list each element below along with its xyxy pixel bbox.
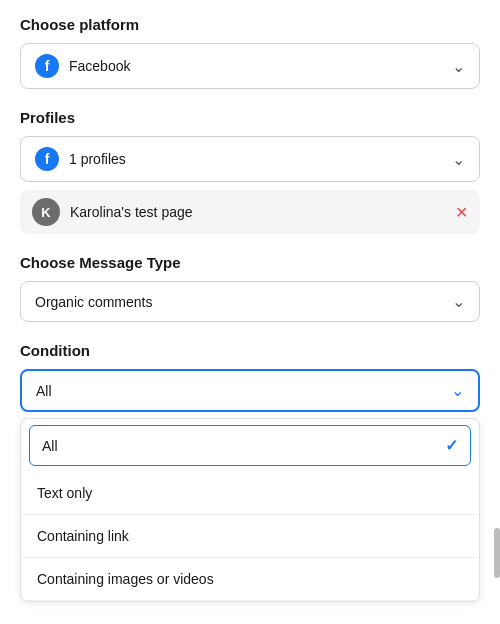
- condition-dropdown-left: All: [36, 383, 52, 399]
- profiles-chevron-icon: ⌄: [452, 150, 465, 169]
- platform-dropdown[interactable]: f Facebook ⌄: [20, 43, 480, 89]
- profiles-section: Profiles f 1 profiles ⌄ K Karolina's tes…: [20, 109, 480, 234]
- message-type-selected-value: Organic comments: [35, 294, 152, 310]
- profiles-dropdown[interactable]: f 1 profiles ⌄: [20, 136, 480, 182]
- profile-name: Karolina's test page: [70, 204, 193, 220]
- profiles-dropdown-left: f 1 profiles: [35, 147, 126, 171]
- condition-option-text-only[interactable]: Text only: [21, 472, 479, 515]
- profiles-summary: 1 profiles: [69, 151, 126, 167]
- condition-option-containing-link[interactable]: Containing link: [21, 515, 479, 558]
- condition-section: Condition All ⌄ All ✓ Text only Containi…: [20, 342, 480, 602]
- facebook-icon: f: [35, 54, 59, 78]
- condition-selected-value: All: [36, 383, 52, 399]
- platform-chevron-icon: ⌄: [452, 57, 465, 76]
- condition-option-all[interactable]: All ✓: [29, 425, 471, 466]
- message-type-dropdown-left: Organic comments: [35, 294, 152, 310]
- profile-tag: K Karolina's test page ✕: [20, 190, 480, 234]
- check-icon: ✓: [445, 436, 458, 455]
- profiles-label: Profiles: [20, 109, 480, 126]
- condition-option-containing-images[interactable]: Containing images or videos: [21, 558, 479, 601]
- condition-chevron-icon: ⌄: [451, 381, 464, 400]
- condition-dropdown[interactable]: All ⌄: [20, 369, 480, 412]
- message-type-label: Choose Message Type: [20, 254, 480, 271]
- condition-option-text-only-label: Text only: [37, 485, 92, 501]
- condition-label: Condition: [20, 342, 480, 359]
- condition-option-containing-link-label: Containing link: [37, 528, 129, 544]
- choose-platform-label: Choose platform: [20, 16, 480, 33]
- message-type-dropdown[interactable]: Organic comments ⌄: [20, 281, 480, 322]
- choose-platform-section: Choose platform f Facebook ⌄: [20, 16, 480, 89]
- condition-option-containing-images-label: Containing images or videos: [37, 571, 214, 587]
- profiles-facebook-icon: f: [35, 147, 59, 171]
- message-type-chevron-icon: ⌄: [452, 292, 465, 311]
- page-container: Choose platform f Facebook ⌄ Profiles f …: [0, 0, 500, 624]
- remove-profile-button[interactable]: ✕: [455, 203, 468, 222]
- profile-tag-left: K Karolina's test page: [32, 198, 193, 226]
- platform-selected-value: Facebook: [69, 58, 130, 74]
- avatar: K: [32, 198, 60, 226]
- condition-option-all-label: All: [42, 438, 58, 454]
- message-type-section: Choose Message Type Organic comments ⌄: [20, 254, 480, 322]
- condition-options-panel: All ✓ Text only Containing link Containi…: [20, 418, 480, 602]
- platform-dropdown-left: f Facebook: [35, 54, 130, 78]
- scrollbar: [494, 528, 500, 578]
